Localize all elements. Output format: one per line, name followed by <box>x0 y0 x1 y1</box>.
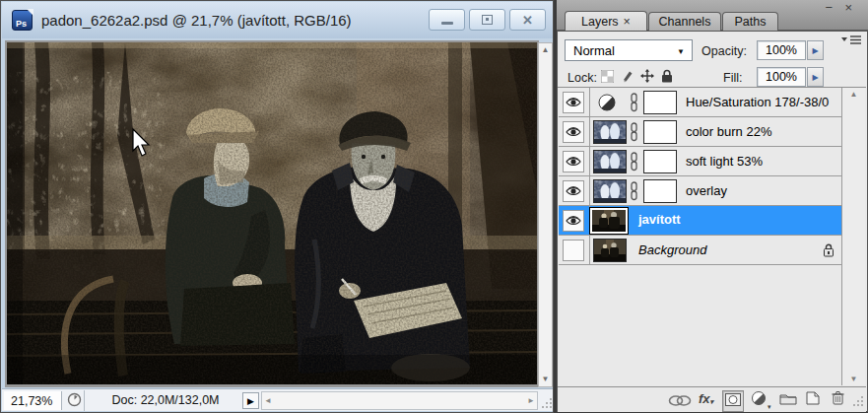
layer-name[interactable]: color burn 22% <box>686 124 771 139</box>
layer-visibility-toggle[interactable] <box>563 210 584 232</box>
layer-name[interactable]: overlay <box>686 183 727 198</box>
opacity-field[interactable]: 100% <box>757 40 806 60</box>
tab-layers[interactable]: Layers × <box>565 11 647 31</box>
scroll-up-icon[interactable]: ▲ <box>842 90 865 99</box>
layer-name[interactable]: soft light 53% <box>686 154 763 169</box>
spin-arrow-icon: ▶ <box>812 46 818 55</box>
layers-panel-body: Normal ▼ Opacity: 100% ▶ Lock: <box>557 31 868 412</box>
new-adjustment-layer-button[interactable]: ▾ <box>752 391 771 411</box>
document-titlebar[interactable]: Ps padon_6262a2.psd @ 21,7% (javított, R… <box>2 2 553 38</box>
scroll-down-icon[interactable]: ▼ <box>539 374 552 385</box>
horizontal-scrollbar[interactable]: ◄ ► <box>261 391 538 410</box>
layer-mask-thumbnail[interactable] <box>643 91 677 114</box>
restore-icon <box>482 15 493 25</box>
scroll-right-icon[interactable]: ► <box>527 396 535 405</box>
zoom-level-field[interactable]: 21,73% <box>4 391 62 410</box>
eye-icon <box>566 97 581 108</box>
fill-label: Fill: <box>723 71 742 85</box>
layer-thumbnail[interactable] <box>593 120 627 144</box>
status-divider <box>84 390 85 411</box>
psd-file-icon: Ps <box>12 10 33 31</box>
layer-visibility-toggle[interactable] <box>563 121 584 143</box>
vertical-scrollbar[interactable]: ▲ ▼ <box>538 42 553 387</box>
lock-pixels-icon[interactable] <box>621 70 634 83</box>
lock-position-icon[interactable] <box>640 69 654 83</box>
canvas-area[interactable] <box>7 42 537 384</box>
link-layers-button[interactable] <box>668 395 692 406</box>
photoshop-workspace: Ps padon_6262a2.psd @ 21,7% (javított, R… <box>0 0 868 413</box>
eye-icon <box>566 215 581 227</box>
document-title: padon_6262a2.psd @ 21,7% (javított, RGB/… <box>41 12 352 29</box>
new-group-button[interactable] <box>779 392 797 405</box>
layers-panel: − × Layers × Channels Paths Normal ▼ <box>557 0 868 413</box>
adjustment-layer-icon[interactable] <box>598 94 616 111</box>
combo-arrow-icon: ▼ <box>677 47 685 56</box>
mask-link-icon[interactable] <box>630 181 638 201</box>
layer-thumbnail[interactable] <box>589 207 629 235</box>
flyout-arrow-icon: ▶ <box>247 396 254 406</box>
blend-mode-select[interactable]: Normal ▼ <box>565 39 693 61</box>
panel-resize-grip[interactable] <box>853 395 864 406</box>
layer-mask-thumbnail[interactable] <box>643 179 677 203</box>
fill-slider-button[interactable]: ▶ <box>807 67 824 87</box>
layer-mask-thumbnail[interactable] <box>643 150 677 173</box>
tab-channels[interactable]: Channels <box>648 12 721 31</box>
zoom-level-value: 21,73% <box>11 394 52 408</box>
layer-row-javitott[interactable]: javított <box>559 206 841 236</box>
layer-thumbnail[interactable] <box>593 150 627 173</box>
layers-scrollbar[interactable]: ▲ ▼ <box>842 88 865 385</box>
layer-visibility-toggle[interactable] <box>563 151 584 172</box>
layer-visibility-toggle[interactable] <box>563 180 584 202</box>
layer-name[interactable]: javított <box>638 212 681 227</box>
delete-layer-button[interactable] <box>832 390 844 405</box>
window-resize-grip[interactable] <box>542 397 553 408</box>
layer-visibility-toggle[interactable] <box>563 92 584 113</box>
lock-label: Lock: <box>568 71 597 85</box>
tab-channels-label: Channels <box>659 15 711 29</box>
layer-row-soft-light[interactable]: soft light 53% <box>559 147 841 176</box>
mask-link-icon[interactable] <box>630 93 638 112</box>
document-window: Ps padon_6262a2.psd @ 21,7% (javított, R… <box>0 0 554 413</box>
mask-link-icon[interactable] <box>630 122 638 142</box>
scroll-down-icon[interactable]: ▼ <box>842 375 865 383</box>
tab-paths-label: Paths <box>735 15 767 29</box>
close-button[interactable]: ✕ <box>509 9 546 31</box>
status-flyout-button[interactable]: ▶ <box>242 392 259 409</box>
layer-mask-thumbnail[interactable] <box>643 120 677 144</box>
eye-icon <box>566 185 581 197</box>
mask-link-icon[interactable] <box>630 152 638 172</box>
new-layer-button[interactable] <box>806 391 820 405</box>
eye-icon <box>566 156 581 168</box>
layer-thumbnail[interactable] <box>593 239 627 262</box>
document-statusbar: 21,73% Doc: 22,0M/132,0M ▶ ◄ ► <box>2 388 553 411</box>
add-layer-mask-button[interactable] <box>722 390 744 412</box>
opacity-slider-button[interactable]: ▶ <box>807 40 824 60</box>
tab-close-icon[interactable]: × <box>624 15 631 29</box>
layer-row-hue-saturation[interactable]: Hue/Saturation 178/-38/0 <box>559 88 841 117</box>
layer-thumbnail[interactable] <box>593 179 627 203</box>
tab-paths[interactable]: Paths <box>722 12 778 31</box>
minimize-button[interactable] <box>429 9 465 31</box>
lock-transparency-icon[interactable] <box>601 70 614 83</box>
layer-row-background[interactable]: Background <box>559 236 841 265</box>
panel-minimize-button[interactable]: − <box>825 1 833 15</box>
layer-row-overlay[interactable]: overlay <box>559 176 841 206</box>
minimize-icon <box>441 22 453 25</box>
layer-row-color-burn[interactable]: color burn 22% <box>559 117 841 147</box>
panel-menu-icon[interactable] <box>840 34 862 45</box>
layer-style-button[interactable]: fx▾ <box>699 391 713 406</box>
canvas-image[interactable] <box>7 42 537 384</box>
restore-button[interactable] <box>469 9 505 31</box>
layers-panel-footer: fx▾ ▾ <box>558 386 866 412</box>
layer-name[interactable]: Hue/Saturation 178/-38/0 <box>686 95 829 109</box>
layer-name[interactable]: Background <box>638 242 706 257</box>
panel-close-button[interactable]: × <box>844 1 852 15</box>
scroll-up-icon[interactable]: ▲ <box>539 44 552 56</box>
tab-layers-label: Layers <box>581 15 619 29</box>
lock-all-icon[interactable] <box>661 69 673 83</box>
fill-field[interactable]: 100% <box>757 67 806 87</box>
document-size-readout: Doc: 22,0M/132,0M <box>93 393 238 407</box>
layer-visibility-toggle[interactable] <box>563 240 584 261</box>
scroll-left-icon[interactable]: ◄ <box>264 396 272 405</box>
status-clock-icon <box>67 392 82 407</box>
